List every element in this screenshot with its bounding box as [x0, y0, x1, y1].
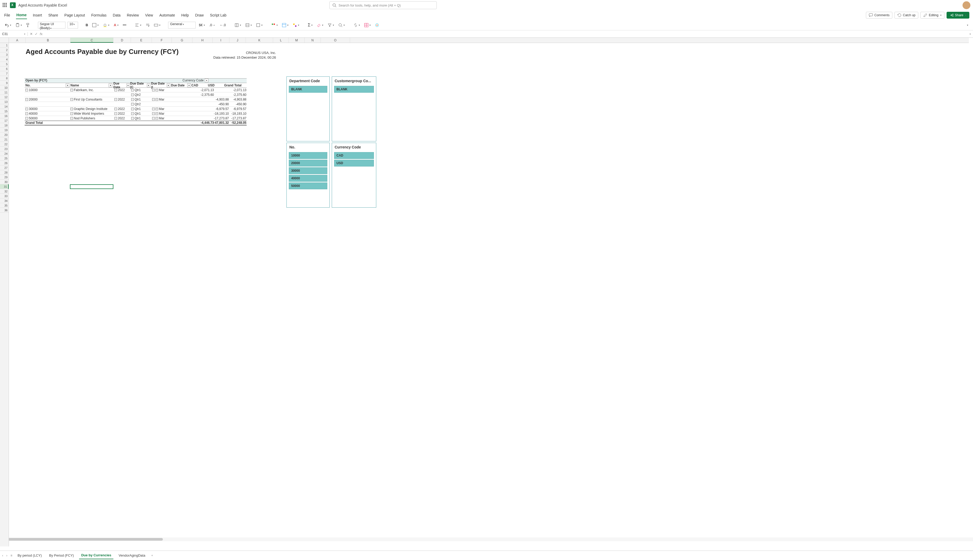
column-header[interactable]: J: [229, 38, 246, 43]
collapse-icon[interactable]: −: [70, 89, 73, 92]
collapse-icon[interactable]: −: [152, 108, 155, 110]
user-avatar[interactable]: [963, 1, 970, 9]
menu-formulas[interactable]: Formulas: [91, 12, 107, 19]
menu-file[interactable]: File: [4, 12, 11, 19]
autosum-button[interactable]: Σ: [307, 22, 314, 28]
collapse-icon[interactable]: −: [115, 108, 117, 110]
filter-dropdown-icon[interactable]: ▾: [147, 83, 150, 87]
slicer-item[interactable]: 30000: [289, 167, 327, 174]
menu-automate[interactable]: Automate: [159, 12, 175, 19]
collapse-icon[interactable]: −: [152, 112, 155, 115]
menu-insert[interactable]: Insert: [32, 12, 42, 19]
collapse-icon[interactable]: −: [131, 89, 134, 92]
column-header[interactable]: N: [305, 38, 321, 43]
link-button[interactable]: [352, 22, 361, 28]
paste-button[interactable]: [14, 22, 23, 28]
slicer-item[interactable]: 20000: [289, 160, 327, 167]
wrap-text-button[interactable]: [145, 22, 151, 28]
row-header[interactable]: 24: [0, 151, 8, 156]
row-header[interactable]: 8: [0, 76, 8, 81]
row-header[interactable]: 22: [0, 142, 8, 147]
column-header[interactable]: L: [273, 38, 289, 43]
row-header[interactable]: 30: [0, 180, 8, 184]
find-button[interactable]: [337, 22, 346, 28]
slicer-department-code[interactable]: Department Code BLANK: [287, 77, 330, 142]
filter-dropdown-icon[interactable]: ▾: [167, 83, 170, 87]
row-header[interactable]: 4: [0, 57, 8, 62]
row-header[interactable]: 5: [0, 62, 8, 67]
expand-icon[interactable]: +: [155, 117, 158, 120]
currency-code-header[interactable]: Currency Code ▾: [183, 78, 208, 82]
app-launcher-icon[interactable]: [3, 3, 7, 8]
font-size-select[interactable]: 10: [68, 22, 78, 28]
select-all-corner[interactable]: [0, 38, 9, 43]
column-header[interactable]: G: [172, 38, 192, 43]
collapse-icon[interactable]: −: [25, 117, 28, 120]
collapse-icon[interactable]: −: [70, 117, 73, 120]
expand-icon[interactable]: +: [155, 98, 158, 101]
collapse-icon[interactable]: −: [131, 108, 134, 110]
accept-formula-button[interactable]: ✓: [35, 32, 38, 36]
row-header[interactable]: 18: [0, 123, 8, 128]
conditional-format-button[interactable]: [270, 22, 279, 28]
collapse-icon[interactable]: −: [25, 112, 28, 115]
expand-formula-bar-button[interactable]: ▾: [968, 33, 973, 35]
row-header[interactable]: 26: [0, 161, 8, 165]
collapse-icon[interactable]: −: [131, 117, 134, 120]
menu-review[interactable]: Review: [126, 12, 139, 19]
row-header[interactable]: 10: [0, 85, 8, 90]
column-header[interactable]: B: [26, 38, 70, 43]
row-header[interactable]: 32: [0, 189, 8, 194]
row-header[interactable]: 9: [0, 81, 8, 85]
collapse-icon[interactable]: −: [131, 103, 134, 105]
row-header[interactable]: 25: [0, 156, 8, 161]
slicer-currency-code[interactable]: Currency Code CAD USD: [332, 143, 376, 208]
format-painter-button[interactable]: [25, 22, 32, 28]
fill-color-button[interactable]: [102, 22, 110, 28]
collapse-icon[interactable]: −: [70, 98, 73, 101]
format-table-button[interactable]: [281, 22, 290, 28]
row-header[interactable]: 34: [0, 198, 8, 203]
currency-button[interactable]: $€: [198, 22, 206, 28]
row-header[interactable]: 16: [0, 113, 8, 118]
row-header[interactable]: 28: [0, 170, 8, 175]
increase-decimal-button[interactable]: .0→: [208, 22, 217, 28]
merge-button[interactable]: [153, 22, 162, 28]
hdr-no[interactable]: No.: [25, 83, 30, 87]
collapse-icon[interactable]: −: [25, 108, 28, 110]
column-header[interactable]: F: [152, 38, 172, 43]
search-input[interactable]: Search for tools, help, and more (Alt + …: [329, 1, 437, 9]
collapse-icon[interactable]: −: [70, 112, 73, 115]
align-button[interactable]: [134, 22, 142, 28]
column-header[interactable]: M: [289, 38, 305, 43]
collapse-icon[interactable]: −: [115, 98, 117, 101]
menu-share[interactable]: Share: [48, 12, 58, 19]
column-header[interactable]: K: [246, 38, 273, 43]
undo-button[interactable]: [4, 22, 12, 28]
cell-styles-button[interactable]: [292, 22, 300, 28]
row-header[interactable]: 3: [0, 52, 8, 57]
collapse-icon[interactable]: −: [25, 98, 28, 101]
row-header[interactable]: 29: [0, 175, 8, 180]
column-header[interactable]: O: [321, 38, 350, 43]
delete-cells-button[interactable]: [244, 22, 253, 28]
table-tools-button[interactable]: [363, 22, 372, 28]
column-header[interactable]: A: [9, 38, 26, 43]
menu-script-lab[interactable]: Script Lab: [210, 12, 227, 19]
expand-icon[interactable]: +: [155, 112, 158, 115]
slicer-item[interactable]: 40000: [289, 175, 327, 182]
row-header[interactable]: 35: [0, 203, 8, 208]
collapse-icon[interactable]: −: [152, 98, 155, 101]
share-button[interactable]: Share: [946, 12, 969, 18]
document-title[interactable]: Aged Accounts Payable Excel: [18, 3, 67, 7]
row-header[interactable]: 2: [0, 48, 8, 52]
row-header[interactable]: 14: [0, 104, 8, 109]
collapse-icon[interactable]: −: [70, 108, 73, 110]
menu-view[interactable]: View: [145, 12, 153, 19]
collapse-icon[interactable]: −: [152, 89, 155, 92]
row-header[interactable]: 31: [0, 184, 8, 189]
sort-filter-button[interactable]: [327, 22, 335, 28]
format-cells-button[interactable]: [255, 22, 264, 28]
column-header[interactable]: C: [70, 38, 113, 43]
row-header[interactable]: 1: [0, 43, 8, 48]
